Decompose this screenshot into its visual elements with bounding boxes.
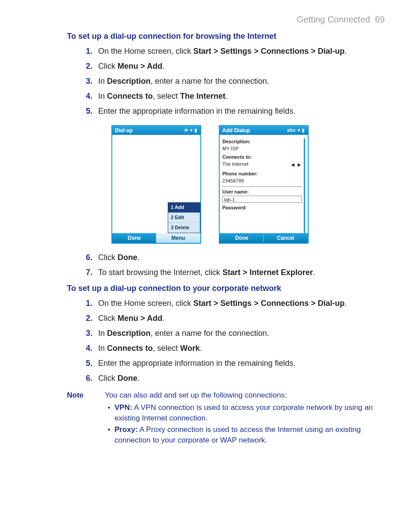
status-icons: ⟳ ▾ ▮ (184, 126, 198, 135)
steps-list-1b: Click Done. To start browsing the Intern… (86, 252, 385, 278)
device-screenshots: Dial-up ⟳ ▾ ▮ 1 Add 2 Edit 3 Delete Done… (35, 125, 385, 244)
label-password: Password: (222, 205, 302, 212)
section-title-1: To set up a dial-up connection for brows… (67, 30, 385, 42)
page-number: 69 (375, 15, 385, 24)
value-connects-to[interactable]: The Internet (222, 161, 248, 168)
step-2: Click Menu > Add. (86, 312, 385, 324)
input-username[interactable]: lab-1 (222, 196, 302, 203)
softkey-done[interactable]: Done (112, 233, 156, 243)
step-3: In Description, enter a name for the con… (86, 327, 385, 339)
step-3: In Description, enter a name for the con… (86, 75, 385, 87)
note-block: Note You can also add and set up the fol… (67, 390, 385, 446)
step-5: Enter the appropriate information in the… (86, 105, 385, 117)
device-a-titlebar: Dial-up ⟳ ▾ ▮ (112, 126, 200, 135)
step-7: To start browsing the Internet, click St… (86, 267, 385, 278)
device-dialup-list: Dial-up ⟳ ▾ ▮ 1 Add 2 Edit 3 Delete Done… (111, 125, 201, 244)
softkey-menu[interactable]: Menu (156, 233, 200, 243)
chapter-title: Getting Connected (297, 15, 370, 24)
label-connects-to: Connects to: (222, 154, 302, 161)
label-description: Description: (222, 138, 302, 145)
steps-list-2: On the Home screen, click Start > Settin… (86, 298, 385, 384)
device-b-titlebar: Add Dialup abc ▾ ▮ (220, 126, 308, 135)
selector-arrows-icon[interactable]: ◀ ▶ (291, 162, 302, 168)
device-a-softbar: Done Menu (112, 233, 200, 243)
softkey-cancel[interactable]: Cancel (264, 233, 308, 243)
context-menu: 1 Add 2 Edit 3 Delete (168, 202, 200, 233)
section-title-2: To set up a dial-up connection to your c… (67, 283, 385, 294)
note-intro: You can also add and set up the followin… (105, 390, 385, 401)
step-2: Click Menu > Add. (86, 60, 385, 72)
step-1: On the Home screen, click Start > Settin… (86, 45, 385, 57)
label-username: User name: (222, 189, 302, 196)
device-a-title: Dial-up (115, 126, 133, 135)
device-b-title: Add Dialup (222, 126, 250, 135)
note-proxy: Proxy: A Proxy connection is used to acc… (114, 424, 385, 446)
step-6: Click Done. (86, 372, 385, 384)
note-vpn: VPN: A VPN connection is used to access … (114, 402, 385, 424)
separator (222, 186, 302, 187)
device-b-body: Description: MY ISP Connects to: The Int… (220, 135, 308, 233)
menu-item-delete[interactable]: 3 Delete (168, 223, 200, 233)
note-label: Note (67, 390, 105, 446)
device-a-body: 1 Add 2 Edit 3 Delete (112, 135, 200, 233)
softkey-done[interactable]: Done (220, 233, 264, 243)
menu-item-edit[interactable]: 2 Edit (168, 212, 200, 223)
step-5: Enter the appropriate information in the… (86, 357, 385, 369)
value-phone[interactable]: 23456789 (222, 178, 302, 185)
value-description[interactable]: MY ISP (222, 145, 302, 152)
status-icons: abc ▾ ▮ (287, 126, 305, 135)
steps-list-1: On the Home screen, click Start > Settin… (86, 45, 385, 117)
label-phone: Phone number: (222, 171, 302, 178)
note-body: You can also add and set up the followin… (105, 390, 385, 446)
step-1: On the Home screen, click Start > Settin… (86, 298, 385, 309)
step-4: In Connects to, select Work. (86, 342, 385, 354)
device-add-dialup: Add Dialup abc ▾ ▮ Description: MY ISP C… (219, 125, 309, 244)
device-b-softbar: Done Cancel (220, 233, 308, 243)
page-header: Getting Connected 69 (35, 13, 385, 26)
menu-item-add[interactable]: 1 Add (168, 203, 200, 212)
step-6: Click Done. (86, 252, 385, 263)
step-4: In Connects to, select The Internet. (86, 90, 385, 102)
